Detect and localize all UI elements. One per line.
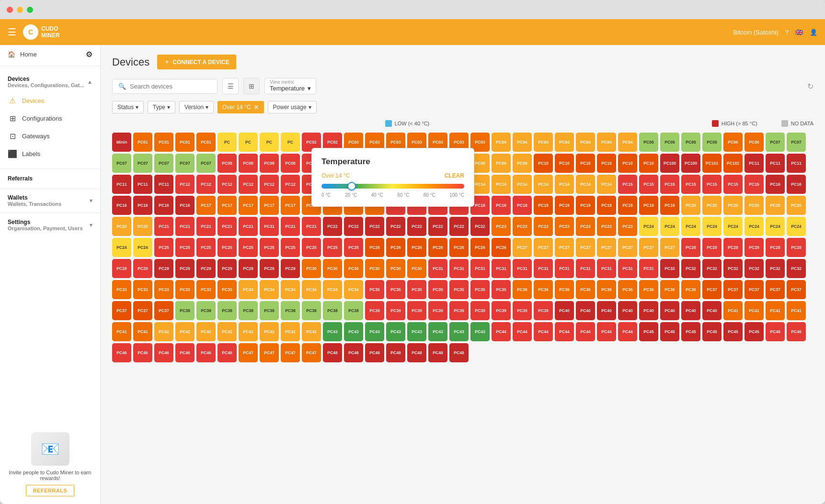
device-tile[interactable]: PC17 <box>239 196 258 215</box>
device-tile[interactable]: PC40 <box>597 301 616 320</box>
device-tile[interactable]: PC21 <box>302 217 321 236</box>
device-tile[interactable]: PC29 <box>239 259 258 278</box>
device-tile[interactable]: PC16 <box>766 175 785 194</box>
device-tile[interactable]: PC42 <box>281 322 300 341</box>
device-tile[interactable]: PC43 <box>386 322 405 341</box>
device-tile[interactable]: PC43 <box>449 322 469 341</box>
device-tile[interactable]: PC48 <box>407 343 426 362</box>
device-tile[interactable]: PC36 <box>513 280 532 299</box>
help-icon[interactable]: ? <box>785 29 789 36</box>
device-tile[interactable]: PC36 <box>681 280 700 299</box>
device-tile[interactable]: PC18 <box>492 196 511 215</box>
device-tile[interactable]: PC47 <box>302 343 321 362</box>
device-tile[interactable]: PC46 <box>766 322 785 341</box>
device-tile[interactable]: PC38 <box>239 301 258 320</box>
device-tile[interactable]: PC16 <box>133 196 152 215</box>
device-tile[interactable]: PC46 <box>196 343 216 362</box>
device-tile[interactable]: PC31 <box>534 259 553 278</box>
device-tile[interactable]: PC37 <box>702 280 722 299</box>
device-tile[interactable]: PC41 <box>133 322 152 341</box>
device-tile[interactable]: PC30 <box>323 259 342 278</box>
device-tile[interactable]: PC27 <box>639 238 658 257</box>
device-tile[interactable]: PC44 <box>597 322 616 341</box>
device-tile[interactable]: PC31 <box>555 259 574 278</box>
device-tile[interactable]: PC29 <box>175 259 195 278</box>
device-tile[interactable]: PC33 <box>154 280 173 299</box>
device-tile[interactable]: PC15 <box>702 175 722 194</box>
device-tile[interactable]: PC27 <box>618 238 637 257</box>
device-tile[interactable]: PC41 <box>787 301 806 320</box>
device-tile[interactable]: PC33 <box>133 280 152 299</box>
device-tile[interactable]: PC37 <box>112 301 131 320</box>
sidebar-item-referrals[interactable]: Referrals <box>0 171 100 186</box>
device-tile[interactable]: PC44 <box>555 322 574 341</box>
sidebar-item-configurations[interactable]: ⊞ Configurations <box>0 110 100 127</box>
device-tile[interactable]: PC34 <box>281 280 300 299</box>
active-filter-close[interactable]: ✕ <box>253 103 259 111</box>
device-tile[interactable]: PC22 <box>449 217 469 236</box>
device-tile[interactable]: PC31 <box>639 259 658 278</box>
device-tile[interactable]: PC21 <box>175 217 195 236</box>
device-tile[interactable]: PC20 <box>681 196 700 215</box>
view-metric-group[interactable]: View metric Temperature ▾ <box>264 78 316 94</box>
device-tile[interactable]: PC32 <box>723 259 743 278</box>
chevron-down-icon[interactable]: ▾ <box>90 198 92 204</box>
device-tile[interactable]: PC26 <box>449 238 469 257</box>
device-tile[interactable]: PC38 <box>218 301 237 320</box>
device-tile[interactable]: PC16 <box>175 196 195 215</box>
device-tile[interactable]: PC42 <box>260 322 279 341</box>
device-tile[interactable]: PC41 <box>745 301 764 320</box>
settings-icon[interactable]: ⚙ <box>86 50 92 59</box>
device-tile[interactable]: PC10 <box>555 154 574 173</box>
device-tile[interactable]: PC07 <box>787 133 806 152</box>
device-tile[interactable]: PC29 <box>154 259 173 278</box>
device-tile[interactable]: PC36 <box>534 280 553 299</box>
device-tile[interactable]: PC44 <box>492 322 511 341</box>
device-tile[interactable]: PC35 <box>428 280 447 299</box>
device-tile[interactable]: PC101 <box>702 154 722 173</box>
list-view-button[interactable]: ☰ <box>222 78 239 94</box>
device-tile[interactable]: PC30 <box>407 259 426 278</box>
device-tile[interactable]: PC38 <box>175 301 195 320</box>
device-tile[interactable]: PC21 <box>239 217 258 236</box>
device-tile[interactable]: PC30 <box>386 259 405 278</box>
device-tile[interactable]: PC10 <box>576 154 595 173</box>
device-tile[interactable]: PC39 <box>449 301 469 320</box>
device-tile[interactable]: PC47 <box>260 343 279 362</box>
device-tile[interactable]: PC20 <box>723 196 743 215</box>
device-tile[interactable]: PC23 <box>492 217 511 236</box>
device-tile[interactable]: PC45 <box>681 322 700 341</box>
device-tile[interactable]: PC19 <box>660 196 679 215</box>
device-tile[interactable]: PC48 <box>344 343 363 362</box>
device-tile[interactable]: PC36 <box>576 280 595 299</box>
device-tile[interactable]: PC37 <box>745 280 764 299</box>
device-tile[interactable]: PC35 <box>449 280 469 299</box>
device-tile[interactable]: PC34 <box>302 280 321 299</box>
device-tile[interactable]: PC10 <box>597 154 616 173</box>
device-tile[interactable]: PC100 <box>681 154 700 173</box>
device-tile[interactable]: PC23 <box>534 217 553 236</box>
device-tile[interactable]: PC31 <box>513 259 532 278</box>
device-tile[interactable]: PC25 <box>154 238 173 257</box>
device-tile[interactable]: PC14 <box>534 175 553 194</box>
device-tile[interactable]: PC08 <box>281 154 300 173</box>
device-tile[interactable]: PC46 <box>175 343 195 362</box>
device-tile[interactable]: PC31 <box>470 259 490 278</box>
device-tile[interactable]: PC32 <box>660 259 679 278</box>
device-tile[interactable]: PC47 <box>239 343 258 362</box>
device-tile[interactable]: PC42 <box>175 322 195 341</box>
device-tile[interactable]: PC19 <box>534 196 553 215</box>
device-tile[interactable]: PC29 <box>281 259 300 278</box>
device-tile[interactable]: PC32 <box>745 259 764 278</box>
device-tile[interactable]: PC38 <box>344 301 363 320</box>
device-tile[interactable]: PC37 <box>133 301 152 320</box>
device-tile[interactable]: PC26 <box>470 238 490 257</box>
device-tile[interactable]: PC24 <box>745 217 764 236</box>
device-tile[interactable]: PC07 <box>154 154 173 173</box>
device-tile[interactable]: PC22 <box>365 217 384 236</box>
device-tile[interactable]: PC20 <box>702 196 722 215</box>
device-tile[interactable]: PC14 <box>576 175 595 194</box>
device-tile[interactable]: PC46 <box>112 343 131 362</box>
device-tile[interactable]: PC27 <box>555 238 574 257</box>
device-tile[interactable]: PC43 <box>365 322 384 341</box>
